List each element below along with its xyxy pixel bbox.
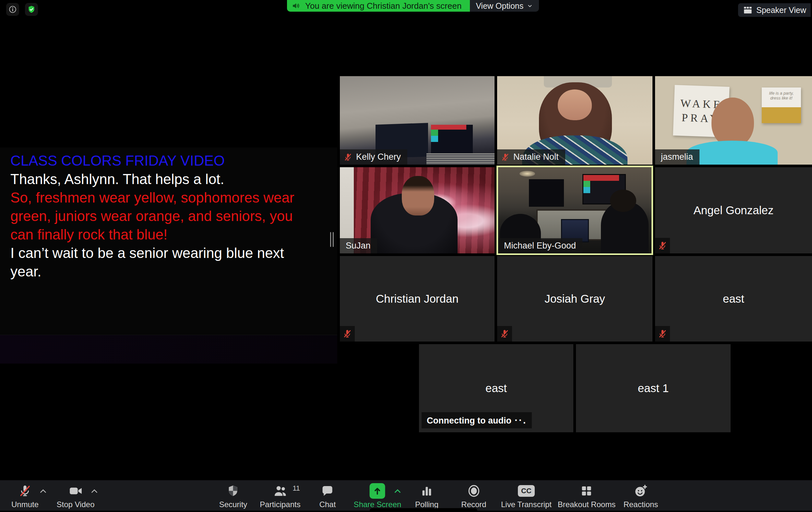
shield-check-icon: [27, 5, 36, 13]
view-options-label: View Options: [476, 1, 523, 11]
mic-muted-icon: [344, 153, 352, 161]
chat-bubble-icon: [321, 484, 334, 498]
share-screen-icon: [370, 483, 385, 499]
security-shield-icon: [227, 484, 240, 498]
video-tile-josiah-gray[interactable]: Josiah Gray: [497, 256, 652, 341]
wall-sign-small-text: life is a party, dress like it!: [762, 88, 801, 100]
caption-block: CLASS COLORS FRIDAY VIDEO Thanks, Ashlyn…: [10, 151, 328, 281]
unmute-button[interactable]: Unmute: [11, 483, 38, 509]
record-label: Record: [461, 500, 486, 509]
participant-nameplate: SuJan: [340, 238, 377, 253]
audio-speaker-icon: [292, 1, 300, 10]
person-face: [712, 97, 754, 147]
closed-captions-icon: CC: [518, 485, 535, 497]
chat-button[interactable]: Chat: [319, 483, 336, 509]
polling-label: Polling: [415, 500, 438, 509]
meeting-info-button[interactable]: [6, 3, 19, 16]
video-tile-kelly-chery[interactable]: Kelly Chery: [340, 76, 495, 164]
audio-options-caret[interactable]: [39, 487, 47, 494]
participant-name: jasmelia: [661, 152, 693, 162]
breakout-rooms-icon: [580, 484, 593, 498]
video-tile-christian-jordan[interactable]: Christian Jordan: [340, 256, 495, 341]
tv-screen-dark: [529, 179, 564, 207]
stop-video-label: Stop Video: [57, 500, 95, 509]
video-tile-jasmelia[interactable]: WAKE PRAY life is a party, dress like it…: [655, 76, 812, 164]
reactions-button[interactable]: Reactions: [624, 483, 658, 509]
live-transcript-label: Live Transcript: [501, 500, 552, 509]
mic-muted-indicator: [340, 326, 355, 341]
dock-strip: [370, 508, 477, 512]
participant-name: Michael Eby-Good: [504, 241, 576, 251]
person-face: [558, 89, 592, 121]
wall-sign-party: life is a party, dress like it!: [762, 88, 801, 123]
video-tile-east[interactable]: east: [655, 256, 812, 341]
speaker-view-button[interactable]: Speaker View: [738, 3, 811, 17]
participants-icon: [273, 484, 288, 498]
mic-muted-indicator: [655, 326, 670, 341]
reactions-label: Reactions: [624, 500, 658, 509]
caption-line: CLASS COLORS FRIDAY VIDEO: [10, 151, 328, 170]
record-button[interactable]: Record: [461, 483, 486, 509]
video-options-caret[interactable]: [90, 487, 98, 494]
video-tile-natalie-nolt[interactable]: Natalie Nolt: [497, 76, 652, 164]
caption-line: So, freshmen wear yellow, sophomores wea…: [10, 188, 328, 207]
mic-muted-icon: [501, 153, 510, 161]
meeting-toolbar: Unmute Stop Video: [0, 480, 812, 511]
mic-muted-icon: [658, 241, 667, 250]
teal-shirt: [687, 141, 778, 164]
participants-label: Participants: [260, 500, 300, 509]
participant-name: east: [655, 256, 812, 341]
panel-resize-handle[interactable]: [330, 232, 335, 247]
status-text: Connecting to audio: [427, 416, 512, 426]
encryption-shield-button[interactable]: [25, 3, 38, 16]
person-face: [402, 176, 434, 215]
speaker-view-icon: [743, 6, 752, 14]
live-transcript-button[interactable]: CC Live Transcript: [501, 483, 552, 509]
viewing-banner-message: You are viewing Christian Jordan's scree…: [287, 0, 470, 12]
shared-screen-content: CLASS COLORS FRIDAY VIDEO Thanks, Ashlyn…: [0, 147, 337, 335]
participant-name: Josiah Gray: [497, 256, 652, 341]
tv-screen-slideshow: [431, 125, 473, 154]
mic-muted-indicator: [655, 238, 670, 253]
mic-muted-icon: [658, 329, 667, 338]
polling-bars-icon: [420, 484, 433, 498]
participant-name: Angel Gonzalez: [655, 167, 812, 253]
zoom-meeting-window: You are viewing Christian Jordan's scree…: [0, 0, 812, 512]
ceiling-light: [520, 171, 535, 177]
tv-shirt-teal: [431, 136, 438, 142]
tv-shirt-green: [583, 181, 590, 187]
view-options-button[interactable]: View Options: [470, 0, 539, 12]
caption-line: green, juniors wear orange, and seniors,…: [10, 207, 328, 225]
participants-button[interactable]: 11 Participants: [260, 483, 300, 509]
video-tile-angel-gonzalez[interactable]: Angel Gonzalez: [655, 167, 812, 253]
record-icon: [467, 484, 481, 498]
participants-count-badge: 11: [292, 484, 300, 492]
mic-muted-indicator: [497, 326, 512, 341]
video-tile-east-connecting[interactable]: east Connecting to audio ··.: [419, 344, 573, 432]
participant-nameplate: Michael Eby-Good: [498, 238, 582, 253]
participant-name: east 1: [576, 344, 731, 432]
video-tile-sujan[interactable]: SuJan: [340, 167, 495, 253]
unmute-label: Unmute: [11, 500, 38, 509]
breakout-rooms-button[interactable]: Breakout Rooms: [558, 483, 616, 509]
share-options-caret[interactable]: [393, 487, 402, 494]
caption-line: can finally rock that blue!: [10, 225, 328, 244]
security-label: Security: [219, 500, 248, 509]
mic-muted-icon: [500, 329, 509, 338]
chat-label: Chat: [319, 500, 336, 509]
loading-dots: ··.: [515, 415, 527, 426]
security-button[interactable]: Security: [219, 483, 248, 509]
person-head: [610, 189, 636, 212]
connecting-to-audio-status: Connecting to audio ··.: [422, 412, 532, 428]
stop-video-button[interactable]: Stop Video: [57, 483, 95, 509]
video-tile-east-1[interactable]: east 1: [576, 344, 731, 432]
breakout-rooms-label: Breakout Rooms: [558, 500, 616, 509]
window-blinds: [427, 153, 495, 164]
mic-muted-icon: [343, 329, 352, 338]
viewing-banner: You are viewing Christian Jordan's scree…: [287, 0, 539, 12]
info-icon: [8, 5, 17, 13]
polling-button[interactable]: Polling: [415, 483, 438, 509]
tv-banner: [431, 125, 466, 130]
video-camera-icon: [68, 484, 83, 498]
video-tile-michael-eby-good[interactable]: Michael Eby-Good: [496, 165, 653, 255]
